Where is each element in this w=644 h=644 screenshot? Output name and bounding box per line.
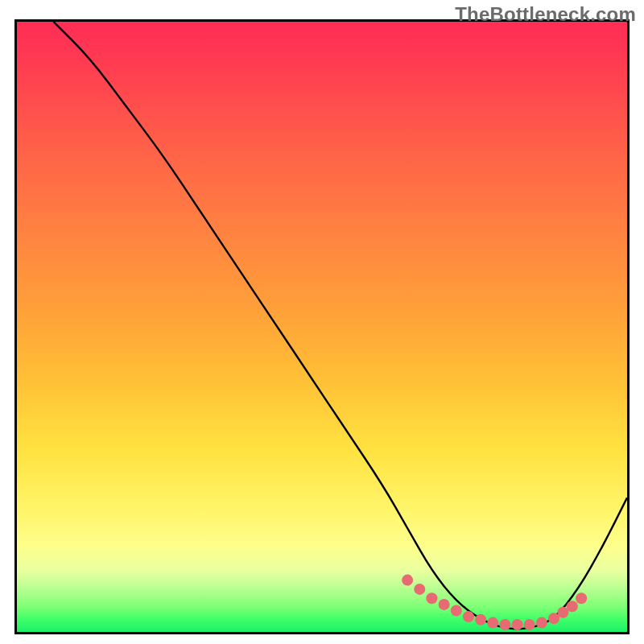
fit-marker-dot (524, 619, 535, 630)
fit-marker-dot (576, 592, 587, 604)
attribution-text: TheBottleneck.com (455, 3, 636, 26)
fit-marker-dot (487, 617, 498, 629)
curve-layer (17, 22, 627, 632)
chart-container: TheBottleneck.com (0, 0, 644, 644)
fit-marker-dot (548, 613, 559, 624)
fit-marker-dot (463, 611, 474, 622)
fit-marker-dot (439, 599, 450, 610)
fit-marker-dot (475, 614, 486, 625)
fit-marker-dot (402, 575, 413, 586)
fit-marker-dot (451, 605, 462, 617)
bottleneck-curve-path (54, 22, 628, 629)
fit-marker-dot (536, 617, 547, 629)
fit-marker-dot (499, 619, 510, 630)
fit-marker-dot (426, 592, 437, 604)
fit-marker-dot (567, 601, 578, 612)
fit-marker-dots (402, 575, 587, 630)
fit-marker-dot (414, 584, 425, 595)
plot-area (14, 19, 630, 634)
fit-marker-dot (512, 619, 523, 630)
fit-marker-dot (557, 607, 568, 618)
